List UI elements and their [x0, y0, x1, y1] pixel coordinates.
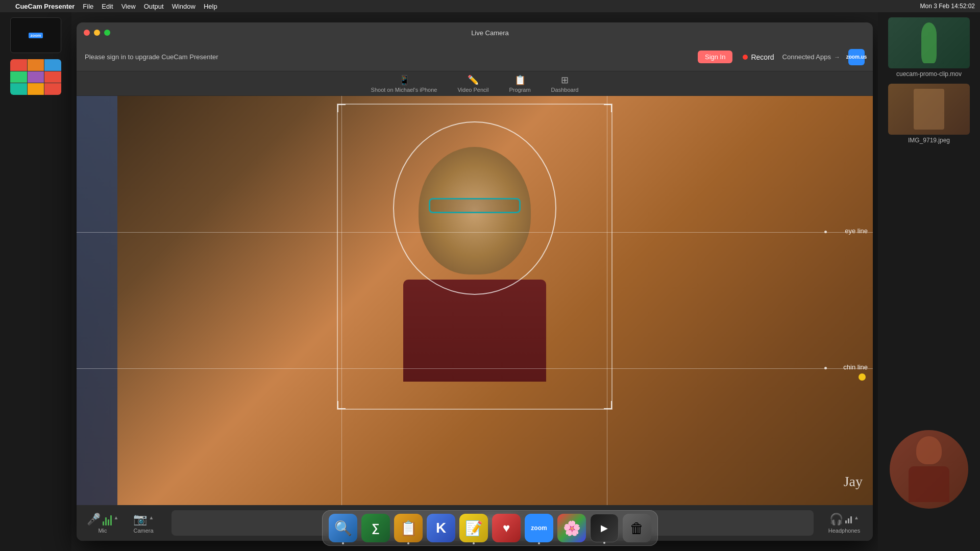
record-button[interactable]: Record [743, 53, 774, 61]
sidebar-thumb-zoom[interactable]: zoom [10, 17, 61, 53]
menu-bar: CueCam Presenter File Edit View Output W… [0, 0, 980, 12]
mic-control[interactable]: 🎤 ▲ Mic [85, 513, 120, 534]
sidebar-thumb-grid[interactable] [10, 59, 61, 95]
grid-cell-4 [10, 71, 27, 83]
camera-icon: 📷 [133, 513, 147, 526]
tool-iphone-label: Shoot on Michael's iPhone [371, 87, 437, 93]
notes-dot [473, 542, 475, 544]
notes-icon: 📝 [465, 520, 483, 537]
cardhop-icon: ♥ [503, 521, 510, 535]
mic-bar-3 [108, 519, 109, 525]
grid-cell-8 [28, 83, 44, 95]
window-title: Live Camera [114, 29, 866, 37]
keynote-icon: K [436, 520, 446, 536]
window-minimize-button[interactable] [94, 30, 100, 36]
camera-blue-panel [77, 96, 117, 505]
grid-cell-1 [10, 59, 27, 71]
finder-dot [342, 542, 344, 544]
dock-item-soulver[interactable]: ∑ [361, 514, 390, 542]
tool-program[interactable]: 📋 Program [509, 74, 530, 93]
program-icon: 📋 [514, 74, 526, 86]
dock-item-clipboard[interactable]: 📋 [394, 514, 423, 542]
connected-apps-arrow-icon: → [834, 54, 840, 61]
self-view-body [909, 466, 949, 502]
menu-bar-right: Mon 3 Feb 14:52:02 [920, 3, 975, 10]
dock-item-cardhop[interactable]: ♥ [492, 514, 521, 542]
toolbar: Please sign in to upgrade CueCam Present… [77, 43, 873, 71]
tool-pencil-label: Video Pencil [457, 87, 488, 93]
mic-bar-1 [103, 521, 104, 525]
tool-iphone[interactable]: 📱 Shoot on Michael's iPhone [371, 74, 437, 93]
zoom-label: zoom.us [846, 54, 867, 60]
trash-icon: 🗑 [630, 520, 644, 537]
window-maximize-button[interactable] [104, 30, 110, 36]
dock-item-livestream[interactable]: ▶ [590, 514, 619, 542]
dock-item-finder[interactable]: 🔍 [329, 514, 357, 542]
menu-window[interactable]: Window [172, 3, 195, 10]
tool-video-pencil[interactable]: ✏️ Video Pencil [457, 74, 488, 93]
tool-dashboard[interactable]: ⊞ Dashboard [551, 74, 579, 93]
grid-cell-2 [28, 59, 44, 71]
mic-chevron-icon[interactable]: ▲ [114, 515, 119, 520]
self-view-circle[interactable] [888, 429, 970, 510]
headphones-chevron-icon[interactable]: ▲ [854, 515, 859, 520]
menu-edit[interactable]: Edit [102, 3, 113, 10]
photo-label: IMG_9719.jpeg [888, 137, 970, 144]
zoom-dot [538, 542, 540, 544]
mic-label: Mic [98, 528, 107, 534]
dock-item-keynote[interactable]: K [427, 514, 455, 542]
camera-person [393, 137, 556, 402]
grid-cell-3 [44, 59, 61, 71]
headphones-label: Headphones [828, 528, 860, 534]
promo-silhouette [921, 22, 937, 63]
app-name[interactable]: CueCam Presenter [15, 3, 75, 10]
zoom-app-icon[interactable]: zoom.us [848, 49, 865, 65]
clipboard-icon: 📋 [400, 520, 418, 537]
window-title-bar: Live Camera [77, 22, 873, 43]
menu-output[interactable]: Output [144, 3, 164, 10]
menu-help[interactable]: Help [204, 3, 217, 10]
mic-level-bars [103, 513, 112, 525]
zoom-dock-icon: zoom [531, 524, 547, 532]
person-head-shape [419, 147, 531, 274]
clipboard-dot [407, 542, 409, 544]
right-thumb-photo[interactable]: IMG_9719.jpeg [888, 84, 970, 144]
camera-chevron-icon[interactable]: ▲ [149, 515, 154, 520]
record-dot-icon [743, 55, 748, 60]
app-window: Live Camera Please sign in to upgrade Cu… [77, 22, 873, 541]
headphones-control[interactable]: 🎧 ▲ Headphones [824, 513, 865, 534]
dock-item-zoom[interactable]: zoom [525, 514, 553, 542]
zoom-thumb-label: zoom [29, 33, 43, 38]
iphone-icon: 📱 [399, 74, 410, 86]
menu-bar-time: Mon 3 Feb 14:52:02 [920, 3, 975, 10]
camera-control[interactable]: 📷 ▲ Camera [126, 513, 161, 534]
right-thumb-promo[interactable]: cuecam-promo-clip.mov [888, 17, 970, 78]
tool-program-label: Program [509, 87, 530, 93]
tool-dashboard-label: Dashboard [551, 87, 579, 93]
grid-cell-9 [44, 83, 61, 95]
headphones-icon-row: 🎧 ▲ [829, 513, 859, 526]
hp-bar-3 [850, 516, 852, 523]
pencil-icon: ✏️ [468, 74, 479, 86]
dock-item-photos[interactable]: 🌸 [557, 514, 586, 542]
dashboard-icon: ⊞ [561, 74, 569, 86]
menu-view[interactable]: View [121, 3, 136, 10]
record-label: Record [751, 53, 774, 61]
camera-view[interactable]: eye line chin line Jay [77, 96, 873, 505]
dock-item-trash[interactable]: 🗑 [623, 514, 651, 542]
left-sidebar: zoom [0, 12, 71, 551]
dock: 🔍 ∑ 📋 K 📝 ♥ zoom 🌸 ▶ 🗑 [322, 510, 658, 546]
menu-file[interactable]: File [83, 3, 93, 10]
dock-item-notes[interactable]: 📝 [459, 514, 488, 542]
window-close-button[interactable] [84, 30, 90, 36]
photo-image [888, 84, 970, 135]
person-body-shape [403, 280, 546, 382]
hp-bar-2 [848, 518, 849, 523]
connected-apps-label: Connected Apps [782, 53, 831, 61]
finder-icon: 🔍 [334, 520, 352, 537]
sign-in-button[interactable]: Sign In [698, 51, 732, 63]
soulver-icon: ∑ [372, 521, 380, 535]
grid-cell-5 [28, 71, 44, 83]
promo-clip-label: cuecam-promo-clip.mov [888, 70, 970, 78]
connected-apps-button[interactable]: Connected Apps → [782, 53, 840, 61]
